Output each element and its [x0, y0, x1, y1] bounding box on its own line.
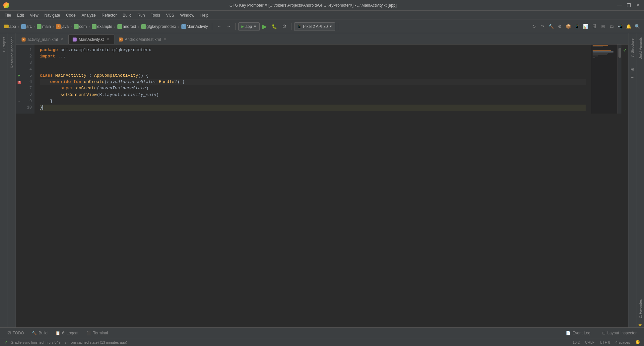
notifications[interactable]: 🔔 [625, 23, 633, 31]
java-icon: J [56, 24, 61, 29]
line-num-4: 4 [23, 66, 34, 73]
breadcrumb-sep-8: › [178, 25, 179, 29]
redo-button[interactable]: ↷ [539, 23, 547, 31]
project-panel-tab: 1: Project [0, 33, 8, 327]
back-button[interactable]: ← [215, 22, 223, 31]
breadcrumb-gfgkeypromoterx[interactable]: gfgkeypromoterx [140, 24, 177, 30]
tab-mainactivity-label: MainActivity.kt [79, 37, 104, 42]
layout-inspector-toolbar[interactable]: ⊞ [599, 23, 607, 31]
build-variants-label[interactable]: Build Variants [637, 35, 644, 62]
cursor-position: 10:2 [573, 340, 580, 344]
tab-androidmanifest-close[interactable]: ✕ [163, 37, 167, 42]
close-button[interactable]: ✕ [635, 3, 641, 8]
error-stripe: ✓ [621, 44, 628, 114]
menu-help[interactable]: Help [198, 12, 211, 19]
line-num-6: 6 [23, 79, 34, 85]
right-side-panel: Build Variants 2: Favorites ★ [636, 33, 644, 327]
code-editor-area[interactable]: 1 2 3 4 [16, 44, 628, 327]
build-hammer[interactable]: 🔨 [547, 23, 555, 31]
tab-activity-main-close[interactable]: ✕ [60, 37, 64, 42]
terminal-tab[interactable]: ⬛ Terminal [83, 329, 111, 337]
app-selector-label: app [245, 24, 252, 29]
gutter-run-5[interactable]: ▶ [16, 73, 23, 79]
menu-vcs[interactable]: VCS [163, 12, 177, 19]
resource-manager-btn[interactable]: 🗂 [608, 23, 615, 31]
device-manager[interactable]: 📲 [616, 23, 624, 31]
debug-button[interactable]: 🐛 [270, 22, 279, 31]
menu-build[interactable]: Build [120, 12, 134, 19]
editor-container: 1 2 3 4 [16, 44, 628, 114]
menu-analyze[interactable]: Analyze [79, 12, 98, 19]
tab-mainactivity-kt[interactable]: MainActivity.kt ✕ [68, 34, 114, 44]
tab-activity-main-xml[interactable]: X activity_main.xml ✕ [17, 34, 68, 44]
resource-manager-label[interactable]: Resource Manager [9, 35, 15, 71]
todo-tab[interactable]: ☑ TODO [4, 329, 27, 337]
breadcrumb-example[interactable]: example [91, 24, 113, 30]
favorites-label[interactable]: 2: Favorites [637, 297, 644, 321]
menu-tools[interactable]: Tools [148, 12, 163, 19]
device-selector[interactable]: 📱 Pixel 2 API 30 ▼ [294, 22, 336, 31]
breadcrumb-android[interactable]: android [116, 24, 137, 30]
device-label: Pixel 2 API 30 [303, 24, 328, 29]
src-icon [21, 24, 26, 29]
code-content[interactable]: package com.example.android.gfgkeypromot… [34, 44, 591, 114]
breadcrumb-src[interactable]: src [20, 24, 33, 30]
breadcrumb-app[interactable]: app [3, 24, 17, 30]
logcat-tab[interactable]: 📋 6: Logcat [52, 329, 82, 337]
bottom-tabs: ☑ TODO 🔨 Build 📋 6: Logcat ⬛ Terminal [4, 329, 111, 337]
line-gutter-6: ● 6 [16, 79, 34, 85]
code-line-4 [40, 66, 586, 73]
code-line-10: } [40, 105, 586, 111]
sync-button[interactable]: ↻ [530, 23, 538, 31]
gutter-cell-1 [16, 47, 23, 53]
right-scrollbar[interactable] [617, 44, 621, 114]
run-button[interactable]: ▶ [261, 22, 268, 31]
build-tab[interactable]: 🔨 Build [29, 329, 51, 337]
breadcrumb-java[interactable]: J java [55, 24, 70, 30]
event-log-tab[interactable]: 📄 Event Log [562, 329, 594, 337]
generate-button[interactable]: ⚙ [556, 23, 564, 31]
line-gutter-3: 3 [16, 60, 34, 66]
menu-file[interactable]: File [2, 12, 14, 19]
search-everywhere[interactable]: 🔍 [633, 23, 641, 31]
title-bar-controls: — ❐ ✕ [617, 3, 641, 8]
main-icon [37, 24, 41, 29]
breadcrumb-com[interactable]: com [73, 24, 88, 30]
code-line-1: package com.example.android.gfgkeypromot… [40, 47, 586, 53]
forward-button[interactable]: → [225, 22, 233, 31]
menu-navigate[interactable]: Navigate [42, 12, 63, 19]
breadcrumb-mainactivity[interactable]: C MainActivity [180, 24, 209, 30]
minimize-button[interactable]: — [617, 3, 622, 8]
project-tab-label[interactable]: 1: Project [1, 35, 7, 55]
line-gutter-2: 2 [16, 53, 34, 60]
line-gutter-4: 4 [16, 66, 34, 73]
menu-edit[interactable]: Edit [14, 12, 27, 19]
menu-view[interactable]: View [27, 12, 41, 19]
minimap-line-6 [593, 51, 613, 52]
kt-icon [73, 38, 77, 42]
profiler-button[interactable]: 📊 [582, 23, 590, 31]
menu-refactor[interactable]: Refactor [99, 12, 119, 19]
menu-run[interactable]: Run [135, 12, 148, 19]
line-num-10: 10 [23, 105, 34, 111]
breadcrumb-main[interactable]: main [35, 24, 52, 30]
structure-tab-label[interactable]: 7: Structure [629, 36, 636, 60]
minimap [591, 44, 617, 114]
sdk-button[interactable]: 📦 [564, 23, 572, 31]
gutter-fold-9[interactable]: ⌄ [16, 98, 23, 105]
profile-button[interactable]: ⏱ [280, 22, 289, 31]
avd-button[interactable]: 📱 [573, 23, 581, 31]
layout-inspector-tab[interactable]: ⊡ Layout Inspector [599, 329, 640, 337]
maximize-button[interactable]: ❐ [626, 3, 631, 8]
build-label: Build [38, 331, 47, 335]
db-inspector[interactable]: 🗄 [590, 23, 598, 31]
app-selector[interactable]: ▶ app ▼ [238, 22, 260, 31]
tab-androidmanifest-xml[interactable]: X AndroidManifest.xml ✕ [114, 34, 171, 44]
menu-window[interactable]: Window [177, 12, 197, 19]
tab-mainactivity-close[interactable]: ✕ [106, 37, 110, 42]
menu-code[interactable]: Code [63, 12, 78, 19]
minimap-line-8 [593, 54, 607, 55]
todo-icon: ☑ [7, 331, 11, 335]
scroll-thumb[interactable] [618, 48, 621, 58]
line-gutter-10: 10 [16, 105, 34, 111]
